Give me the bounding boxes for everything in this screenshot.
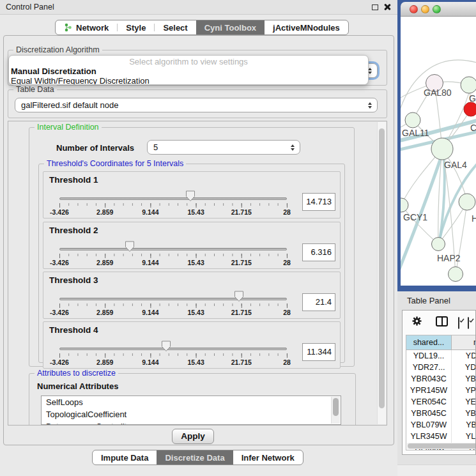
slider-thumb[interactable]	[234, 291, 244, 302]
table-horizontal-scrollbar[interactable]	[407, 443, 476, 449]
node-attribute-table: shared... n YDL19...YDL1 YDR27...YDR2 YB…	[406, 335, 476, 450]
zoom-traffic-light-icon[interactable]	[433, 5, 441, 13]
popup-option-equal-width[interactable]: Equal Width/Frequency Discretization	[9, 76, 368, 85]
table-data-selected-value: galFiltered.sif default node	[21, 98, 118, 112]
threshold-2-slider[interactable]: -3.426 2.859 9.144 15.43 21.715 28	[59, 241, 287, 269]
tab-jactivemnodules[interactable]: jActiveMNodules	[265, 20, 348, 35]
table-row[interactable]: YBR043CYBR0	[406, 373, 476, 385]
network-window-titlebar[interactable]	[401, 2, 476, 17]
tab-style[interactable]: Style	[118, 20, 154, 35]
slider-track[interactable]	[59, 298, 287, 300]
list-item[interactable]: TopologicalCoefficient	[42, 408, 341, 420]
node-h[interactable]	[459, 194, 475, 210]
control-panel-titlebar: Control Panel	[0, 0, 397, 15]
popup-placeholder-option[interactable]: Select algorithm to view settings	[9, 57, 368, 66]
scrollbar-thumb[interactable]	[408, 443, 476, 449]
node-label: C	[470, 123, 476, 133]
settings-scrollbar[interactable]	[377, 122, 386, 424]
tab-network[interactable]: Network	[56, 20, 117, 35]
threshold-1-value-field[interactable]: 14.713	[302, 193, 335, 211]
apply-button[interactable]: Apply	[172, 429, 214, 444]
slider-track[interactable]	[59, 248, 287, 250]
column-header-shared-name[interactable]: shared...	[406, 335, 452, 349]
node-ga[interactable]	[461, 77, 476, 93]
tab-impute-data[interactable]: Impute Data	[93, 450, 157, 464]
network-tab-icon	[64, 23, 72, 32]
node-gal11[interactable]	[405, 112, 420, 128]
table-toolbar	[403, 311, 475, 332]
threshold-1-slider[interactable]: -3.426 2.859 9.144 15.43 21.715 28	[59, 190, 287, 219]
table-row[interactable]: YDR27...YDR2	[406, 362, 476, 373]
scrollbar-thumb[interactable]	[333, 398, 339, 416]
node-label: GAL80	[424, 88, 452, 98]
table-row[interactable]: YPR145WYPR1	[406, 385, 476, 396]
table-row[interactable]: YBL079WYBL0	[406, 419, 476, 431]
list-item[interactable]: SelfLoops	[42, 396, 341, 408]
table-panel-body: shared... n YDL19...YDL1 YDR27...YDR2 YB…	[402, 310, 476, 455]
group-title: Table Data	[13, 85, 57, 94]
node-label: GA	[469, 93, 476, 104]
node-label: H	[472, 213, 476, 224]
slider-track[interactable]	[59, 197, 287, 200]
attributes-group: Attributes to discretize Numerical Attri…	[29, 373, 356, 426]
list-scrollbar[interactable]	[331, 397, 340, 424]
table-data-combobox[interactable]: galFiltered.sif default node	[15, 98, 378, 112]
tick-label: -3.426	[50, 208, 69, 216]
threshold-4-slider[interactable]: -3.426 2.859 9.144 15.43 21.715 28	[59, 341, 287, 369]
control-panel-tabbar: Network Style Select Cyni Toolbox jActiv…	[55, 20, 349, 35]
node-gal4[interactable]	[431, 138, 453, 160]
slider-thumb[interactable]	[162, 341, 171, 352]
num-intervals-label: Number of Intervals	[56, 143, 134, 153]
split-view-icon[interactable]	[436, 316, 448, 326]
list-item[interactable]: BetweennessCentrality	[42, 420, 341, 425]
interval-definition-group: Interval Definition Number of Intervals …	[29, 127, 355, 367]
threshold-4-value-field[interactable]: 11.344	[302, 343, 335, 361]
thresholds-group: Threshold's Coordinates for 5 Intervals …	[38, 164, 345, 363]
tab-discretize-data[interactable]: Discretize Data	[157, 450, 233, 464]
num-intervals-combobox[interactable]: 5	[147, 140, 300, 155]
table-row[interactable]: YBR045CYBR0	[406, 408, 476, 419]
checkbox-icon[interactable]	[458, 317, 459, 329]
threshold-label: Threshold 1	[49, 175, 98, 185]
numerical-attributes-list: SelfLoops TopologicalCoefficient Between…	[41, 395, 341, 425]
algorithm-dropdown-popup: Select algorithm to view settings Manual…	[8, 55, 369, 85]
tab-infer-network[interactable]: Infer Network	[233, 450, 303, 464]
table-header-row: shared... n	[406, 335, 476, 350]
threshold-1-box: Threshold 1 -3.426 2.859 9.144 15.43 21.…	[43, 171, 341, 219]
close-traffic-light-icon[interactable]	[410, 5, 418, 13]
node-partial-bottom[interactable]	[449, 267, 463, 282]
group-title: Discretization Algorithm	[13, 45, 102, 54]
threshold-3-value-field[interactable]: 21.4	[302, 293, 335, 311]
gear-icon[interactable]	[411, 316, 422, 329]
node-label: GCY1	[403, 212, 427, 222]
float-panel-icon[interactable]	[372, 4, 378, 10]
checkbox-icon[interactable]	[468, 317, 469, 329]
column-header-name[interactable]: n	[452, 335, 476, 349]
threshold-label: Threshold 2	[49, 226, 98, 235]
threshold-2-value-field[interactable]: 6.316	[302, 243, 335, 261]
network-canvas[interactable]: GAL80 GA C GAL11 GAL4 GCY1 H HAP2	[401, 17, 476, 286]
minimize-traffic-light-icon[interactable]	[421, 5, 429, 13]
tab-select[interactable]: Select	[155, 20, 196, 35]
slider-thumb[interactable]	[186, 190, 196, 202]
settings-scrollpane: Interval Definition Number of Intervals …	[8, 121, 387, 426]
node-hap2[interactable]	[432, 238, 445, 251]
close-icon[interactable]	[383, 3, 391, 11]
node-label: GAL4	[444, 160, 467, 170]
table-row[interactable]: YLR345WYLR3	[406, 431, 476, 442]
slider-track[interactable]	[59, 348, 287, 350]
threshold-label: Threshold 4	[49, 325, 98, 335]
node-red-selected[interactable]	[464, 102, 476, 116]
popup-option-manual-discretization[interactable]: Manual Discretization	[9, 66, 368, 76]
node-label: HAP2	[437, 253, 461, 263]
network-graph	[401, 17, 476, 286]
table-row[interactable]: YDL19...YDL1	[406, 350, 476, 362]
scrollbar-thumb[interactable]	[379, 128, 385, 408]
table-row[interactable]: YER054CYER0	[406, 396, 476, 408]
threshold-3-slider[interactable]: -3.426 2.859 9.144 15.43 21.715 28	[59, 291, 287, 319]
table-panel-title: Table Panel	[407, 296, 450, 305]
node-gcy1[interactable]	[401, 198, 408, 212]
slider-thumb[interactable]	[125, 241, 135, 252]
network-view-window: GAL80 GA C GAL11 GAL4 GCY1 H HAP2	[397, 0, 476, 291]
tab-cyni-toolbox[interactable]: Cyni Toolbox	[196, 20, 265, 35]
